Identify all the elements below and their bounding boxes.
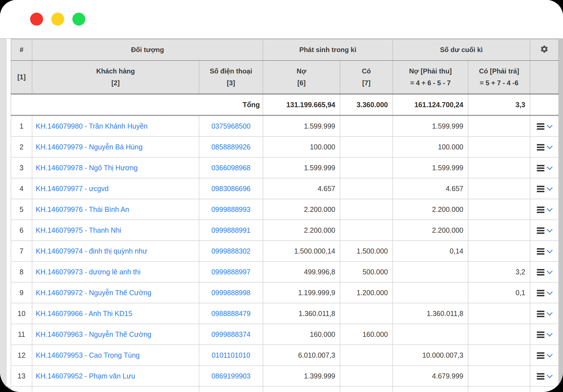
phone-cell: 0999888993 [199,199,263,220]
chevron-down-icon [547,351,553,357]
phone-link[interactable]: 0101101010 [212,351,250,359]
chevron-down-icon [547,289,553,295]
customer-link[interactable]: KH.146079952 - Phạm văn Lưu [36,372,135,380]
customer-link[interactable]: KH.146079976 - Thái Bình An [36,205,129,213]
menu-icon [537,165,544,171]
row-menu-button[interactable] [537,311,552,317]
row-menu-button[interactable] [537,165,552,171]
totals-credit: 3.360.000 [340,94,393,115]
receivable-value: 2.790.004 [393,386,468,392]
receivable-value: 2.200.000 [393,199,468,220]
credit-value: 1.200.000 [340,282,393,303]
totals-payable: 3,3 [468,94,530,115]
customer-link[interactable]: KH.146079972 - Nguyễn Thế Cường [36,289,151,297]
customer-link[interactable]: KH.146079975 - Thanh Nhi [36,226,121,234]
row-menu-button[interactable] [537,331,552,338]
row-menu-button[interactable] [537,123,552,130]
row-index: 5 [11,199,32,220]
row-menu-button[interactable] [537,207,552,213]
row-index: 10 [11,303,32,324]
column-subheader-index[interactable]: [1] [11,61,32,94]
row-menu-button[interactable] [537,186,552,192]
debit-value: 499.996,8 [263,261,340,282]
menu-icon [537,207,544,213]
customer-link[interactable]: KH.146079963 - Nguyễn Thế Cường [36,330,151,338]
customer-cell: KH.146079973 - dương lê anh thi [32,261,199,282]
actions-cell [530,261,558,282]
vertical-scrollbar[interactable] [558,39,563,392]
column-header-phone[interactable]: Số điện thoại [3] [199,61,263,94]
row-menu-button[interactable] [537,227,552,234]
actions-cell [530,282,558,303]
phone-link[interactable]: 0988888479 [211,310,251,317]
receivable-value [393,282,468,303]
phone-link[interactable]: 0999888374 [211,330,251,338]
customer-link[interactable]: KH.146079977 - ưcgvd [36,185,109,192]
minimize-window-button[interactable] [51,13,64,26]
customer-link[interactable]: KH.146079978 - Ngô Thị Hương [36,164,138,172]
debit-value: 1.399.999 [263,366,340,386]
phone-link[interactable]: 0999888302 [211,247,251,255]
column-header-customer[interactable]: Khách hàng [2] [32,61,199,94]
receivable-value: 4.657 [393,178,468,199]
payable-value [468,115,530,136]
receivable-value: 100.000 [393,136,468,157]
phone-link[interactable]: 0999888998 [211,289,251,297]
customer-link[interactable]: KH.146079980 - Trần Khánh Huyền [36,122,148,130]
row-menu-button[interactable] [537,269,552,275]
credit-value [340,157,393,178]
debit-value: 160.000 [263,324,340,345]
phone-link[interactable]: 0983086696 [211,185,251,192]
chevron-down-icon [547,122,553,128]
column-header-credit[interactable]: Có [7] [340,61,393,94]
maximize-window-button[interactable] [72,13,85,26]
row-menu-button[interactable] [537,290,552,296]
phone-cell: 0858889926 [199,136,263,157]
customer-link[interactable]: KH.146079974 - đinh thị quỳnh như [36,247,147,255]
phone-link[interactable]: 0999888991 [211,226,251,234]
phone-link[interactable]: 0999888993 [211,205,251,213]
phone-link[interactable]: 0375968500 [211,122,251,130]
table-row: 5 KH.146079976 - Thái Bình An 0999888993… [11,199,558,220]
table-row: 10 KH.146079966 - Anh Thi KD15 098888847… [11,303,558,324]
column-header-debit[interactable]: Nợ [6] [263,61,340,94]
table-settings-header[interactable] [530,39,558,61]
receivable-value: 1.599.999 [393,115,468,136]
phone-link[interactable]: 0858889926 [211,143,251,151]
row-menu-button[interactable] [537,352,552,359]
menu-icon [537,373,544,380]
close-window-button[interactable] [30,13,43,26]
row-menu-button[interactable] [537,373,552,380]
column-group-balance: Số dư cuối kì [393,39,530,61]
customer-link[interactable]: KH.146079979 - Nguyễn Bá Hùng [36,143,142,151]
credit-value [340,115,393,136]
customer-cell: KH.146079974 - đinh thị quỳnh như [32,241,199,261]
row-menu-button[interactable] [537,248,552,255]
debit-value: 1.599.999 [263,157,340,178]
column-header-payable[interactable]: Có [Phải trả] = 5 + 7 - 4 -6 [468,61,530,94]
table-row: 4 KH.146079977 - ưcgvd 0983086696 4.657 … [11,178,558,199]
payable-value [468,241,530,261]
row-index: 4 [11,178,32,199]
gear-icon[interactable] [540,45,549,53]
actions-cell [530,366,558,386]
customer-cell: KH.146079979 - Nguyễn Bá Hùng [32,136,199,157]
table-row: 1 KH.146079980 - Trần Khánh Huyền 037596… [11,115,558,136]
customer-link[interactable]: KH.146079953 - Cao Trọng Tùng [36,351,140,359]
customer-link[interactable]: KH.146079966 - Anh Thi KD15 [36,310,132,317]
column-header-receivable[interactable]: Nợ [Phải thu] = 4 + 6 - 5 - 7 [393,61,468,94]
payable-value [468,324,530,345]
chevron-down-icon [547,247,553,253]
row-index: 3 [11,157,32,178]
row-menu-button[interactable] [537,144,552,151]
phone-link[interactable]: 0999888997 [211,268,251,276]
table-row: 8 KH.146079973 - dương lê anh thi 099988… [11,261,558,282]
table-row: 14 KH.146079945 - Nguyễn Thị Thanh Hà 09… [11,386,558,392]
customer-link[interactable]: KH.146079973 - dương lê anh thi [36,268,140,276]
phone-cell: 0869199903 [199,366,263,386]
phone-link[interactable]: 0366098968 [211,164,251,172]
phone-link[interactable]: 0869199903 [211,372,251,380]
receivable-value: 4.679.999 [393,366,468,386]
actions-cell [530,386,558,392]
customer-cell: KH.146079978 - Ngô Thị Hương [32,157,199,178]
